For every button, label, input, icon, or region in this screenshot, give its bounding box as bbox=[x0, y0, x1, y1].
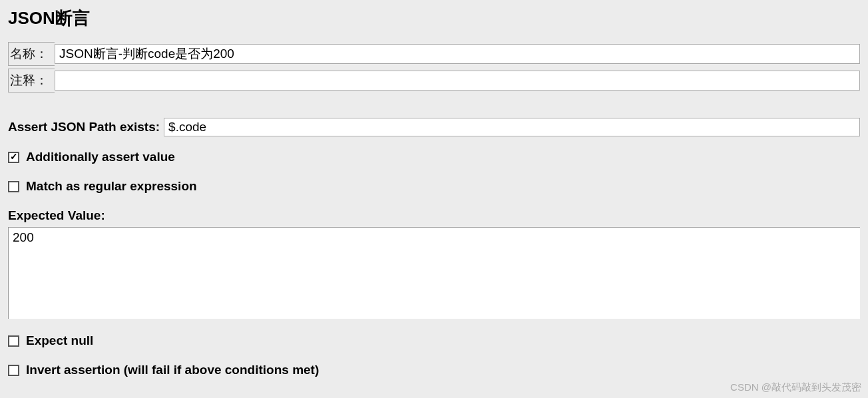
expected-value-label: Expected Value: bbox=[8, 208, 860, 223]
comment-label: 注释： bbox=[8, 69, 55, 93]
expect-null-checkbox[interactable] bbox=[8, 335, 19, 347]
page-title: JSON断言 bbox=[8, 7, 860, 30]
watermark-text: CSDN @敲代码敲到头发茂密 bbox=[730, 381, 861, 394]
assert-path-label: Assert JSON Path exists: bbox=[8, 120, 160, 134]
name-label: 名称： bbox=[8, 42, 55, 66]
comment-row: 注释： bbox=[8, 69, 860, 93]
comment-input[interactable] bbox=[55, 71, 860, 91]
expect-null-label[interactable]: Expect null bbox=[26, 333, 93, 348]
expect-null-row: Expect null bbox=[8, 333, 860, 348]
match-regex-row: Match as regular expression bbox=[8, 179, 860, 194]
additionally-assert-value-row: Additionally assert value bbox=[8, 150, 860, 164]
match-regex-label[interactable]: Match as regular expression bbox=[26, 179, 197, 194]
invert-assertion-checkbox[interactable] bbox=[8, 365, 19, 376]
match-regex-checkbox[interactable] bbox=[8, 181, 19, 192]
assert-path-row: Assert JSON Path exists: bbox=[8, 118, 860, 136]
additionally-assert-value-checkbox[interactable] bbox=[8, 152, 19, 163]
additionally-assert-value-label[interactable]: Additionally assert value bbox=[26, 150, 175, 164]
name-input[interactable] bbox=[55, 44, 860, 64]
invert-assertion-label[interactable]: Invert assertion (will fail if above con… bbox=[26, 363, 319, 377]
assert-path-input[interactable] bbox=[164, 118, 860, 136]
expected-value-textarea[interactable] bbox=[8, 227, 860, 319]
name-row: 名称： bbox=[8, 42, 860, 66]
invert-assertion-row: Invert assertion (will fail if above con… bbox=[8, 363, 860, 377]
